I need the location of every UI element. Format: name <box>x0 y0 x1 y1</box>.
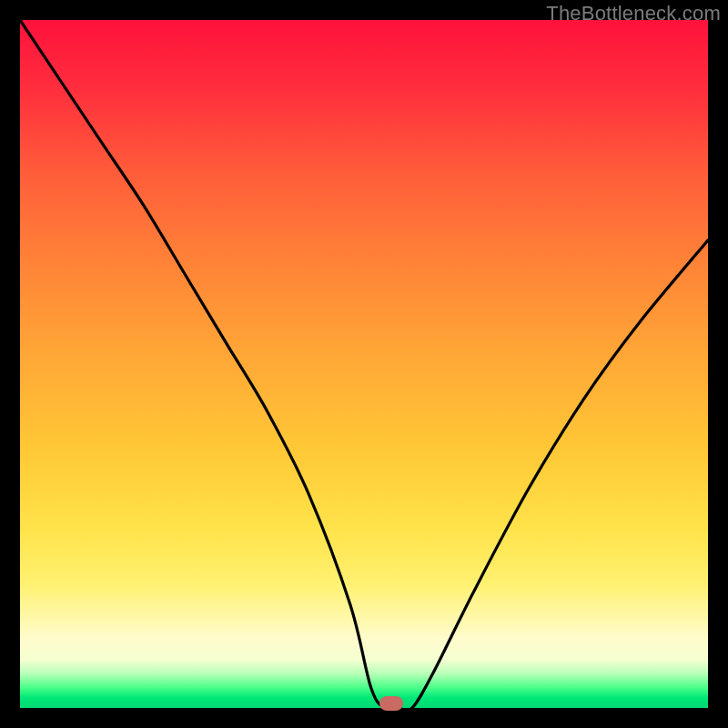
plot-area <box>20 20 708 708</box>
chart-frame: TheBottleneck.com <box>0 0 728 728</box>
watermark-text: TheBottleneck.com <box>546 2 721 25</box>
bottleneck-marker <box>379 696 403 711</box>
bottleneck-curve <box>20 20 708 708</box>
